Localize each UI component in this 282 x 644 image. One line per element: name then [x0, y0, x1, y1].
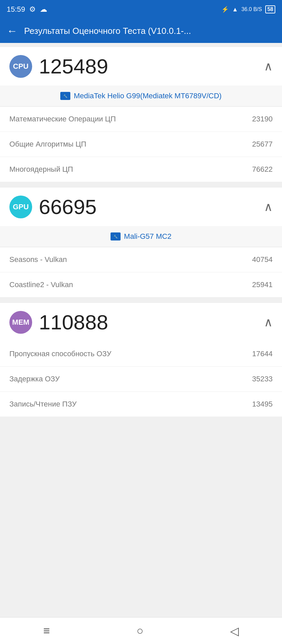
time-display: 15:59	[7, 5, 25, 14]
mem-chevron[interactable]: ∧	[264, 315, 273, 329]
gpu-detail-row-0: Seasons - Vulkan 40754	[0, 247, 282, 272]
home-button[interactable]: ○	[137, 624, 144, 637]
mem-detail-value-0: 17644	[252, 350, 273, 358]
cpu-badge-label: CPU	[13, 62, 28, 71]
gpu-section-header[interactable]: GPU 66695 ∧	[0, 187, 282, 226]
top-bar: ← Результаты Оценочного Теста (V10.0.1-.…	[0, 19, 282, 43]
page-title: Результаты Оценочного Теста (V10.0.1-...	[24, 26, 191, 36]
bluetooth-icon: ⚡	[221, 6, 229, 13]
settings-icon: ⚙	[29, 5, 36, 14]
cpu-detail-row-1: Общие Алгоритмы ЦП 25677	[0, 132, 282, 157]
status-bar: 15:59 ⚙ ☁ ⚡ ▲ 36.0 B/S 58	[0, 0, 282, 19]
cpu-badge: CPU	[9, 55, 32, 78]
gpu-badge: GPU	[9, 196, 32, 218]
cpu-chip-icon: 🔧	[60, 92, 70, 100]
cpu-detail-value-1: 25677	[252, 140, 273, 149]
gpu-detail-value-0: 40754	[252, 255, 273, 264]
mem-header-left: MEM 110888	[9, 310, 108, 334]
mem-detail-label-2: Запись/Чтение ПЗУ	[9, 400, 77, 409]
mem-section-header[interactable]: MEM 110888 ∧	[0, 303, 282, 341]
battery-level: 58	[265, 5, 275, 13]
nav-spacer	[0, 417, 282, 444]
gpu-detail-label-0: Seasons - Vulkan	[9, 255, 67, 264]
cpu-header-left: CPU 125489	[9, 54, 108, 78]
cpu-detail-row-2: Многоядерный ЦП 76622	[0, 157, 282, 182]
main-content: CPU 125489 ∧ 🔧 MediaTek Helio G99(Mediat…	[0, 47, 282, 444]
cpu-section-header[interactable]: CPU 125489 ∧	[0, 47, 282, 86]
gpu-detail-value-1: 25941	[252, 280, 273, 289]
wifi-icon: ▲	[232, 6, 238, 13]
mem-detail-row-1: Задержка ОЗУ 35233	[0, 367, 282, 392]
nav-bar: ≡ ○ ◁	[0, 617, 282, 644]
mem-badge: MEM	[9, 311, 32, 334]
gpu-header-left: GPU 66695	[9, 195, 96, 219]
cpu-detail-row-0: Математические Операции ЦП 23190	[0, 107, 282, 132]
status-left: 15:59 ⚙ ☁	[7, 5, 47, 14]
gpu-chip-row: 🔧 Mali-G57 MC2	[0, 226, 282, 247]
cpu-detail-label-2: Многоядерный ЦП	[9, 165, 73, 174]
mem-badge-label: MEM	[12, 318, 29, 327]
mem-detail-label-1: Задержка ОЗУ	[9, 375, 60, 383]
gpu-chip-label: Mali-G57 MC2	[124, 232, 171, 241]
mem-detail-row-0: Пропускная способность ОЗУ 17644	[0, 341, 282, 367]
cloud-icon: ☁	[40, 5, 47, 14]
gpu-badge-label: GPU	[13, 203, 29, 211]
gpu-chip-icon: 🔧	[111, 232, 121, 240]
mem-detail-value-1: 35233	[252, 375, 273, 383]
network-speed: 36.0 B/S	[241, 6, 262, 12]
mem-score: 110888	[39, 310, 108, 334]
cpu-chevron[interactable]: ∧	[264, 59, 273, 73]
gpu-detail-label-1: Coastline2 - Vulkan	[9, 280, 73, 289]
cpu-detail-value-2: 76622	[252, 165, 273, 174]
gpu-detail-row-1: Coastline2 - Vulkan 25941	[0, 272, 282, 298]
cpu-chip-label: MediaTek Helio G99(Mediatek MT6789V/CD)	[74, 92, 221, 100]
cpu-detail-label-0: Математические Операции ЦП	[9, 115, 116, 123]
mem-detail-value-2: 13495	[252, 400, 273, 409]
menu-button[interactable]: ≡	[43, 624, 50, 637]
mem-detail-row-2: Запись/Чтение ПЗУ 13495	[0, 392, 282, 417]
mem-detail-label-0: Пропускная способность ОЗУ	[9, 350, 111, 358]
cpu-score: 125489	[39, 54, 108, 78]
back-button[interactable]: ←	[7, 25, 17, 37]
cpu-detail-value-0: 23190	[252, 115, 273, 123]
cpu-detail-label-1: Общие Алгоритмы ЦП	[9, 140, 86, 149]
status-right: ⚡ ▲ 36.0 B/S 58	[221, 5, 275, 13]
back-nav-button[interactable]: ◁	[230, 624, 239, 638]
gpu-chevron[interactable]: ∧	[264, 200, 273, 214]
gpu-score: 66695	[39, 195, 96, 219]
cpu-chip-row: 🔧 MediaTek Helio G99(Mediatek MT6789V/CD…	[0, 86, 282, 107]
